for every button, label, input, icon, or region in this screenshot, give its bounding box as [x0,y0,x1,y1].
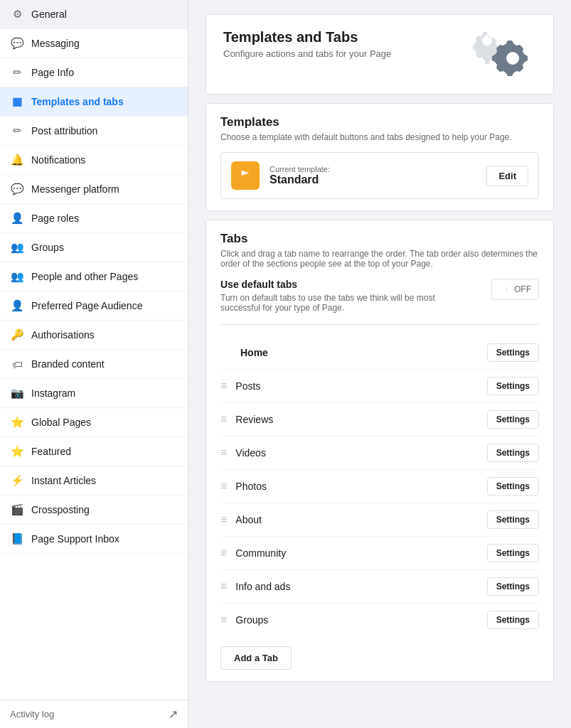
sidebar-item-label-templates-tabs: Templates and tabs [31,96,124,107]
sidebar-item-label-page-info: Page Info [31,67,74,78]
tab-name-posts: Posts [235,380,486,392]
sidebar-item-page-support-inbox[interactable]: 📘Page Support Inbox [0,525,188,554]
sidebar-item-messenger-platform[interactable]: 💬Messenger platform [0,175,188,204]
tab-row-photos: ≡PhotosSettings [220,470,539,503]
tab-row-home: HomeSettings [220,336,539,370]
sidebar-item-branded-content[interactable]: 🏷Branded content [0,350,188,379]
drag-handle-photos[interactable]: ≡ [220,480,227,493]
default-tabs-desc: Turn on default tabs to use the tabs we … [220,293,448,313]
tab-row-about: ≡AboutSettings [220,503,539,537]
sidebar-item-templates-tabs[interactable]: ▦Templates and tabs [0,87,188,117]
template-info: Current template: Standard [270,165,486,186]
drag-handle-reviews[interactable]: ≡ [220,413,227,426]
general-icon: ⚙ [10,7,24,21]
toggle-state: OFF [507,282,538,297]
templates-section: Templates Choose a template with default… [206,103,554,211]
page-info-icon: ✏ [10,65,24,80]
activity-log-label: Activity log [10,709,54,719]
activity-log-icon: ↗ [169,707,178,721]
drag-handle-info-and-ads[interactable]: ≡ [220,580,227,593]
tab-row-posts: ≡PostsSettings [220,370,539,403]
tab-name-about: About [235,514,486,525]
sidebar-item-general[interactable]: ⚙General [0,0,188,29]
groups-icon: 👥 [10,240,24,255]
tab-settings-button-groups[interactable]: Settings [487,611,539,629]
drag-handle-about[interactable]: ≡ [220,513,227,526]
main-content: Templates and Tabs Configure actions and… [188,0,571,728]
tabs-description: Click and drag a tab name to rearrange t… [220,249,539,269]
tabs-title: Tabs [220,232,539,246]
sidebar-item-notifications[interactable]: 🔔Notifications [0,146,188,175]
sidebar-item-people-other-pages[interactable]: 👥People and other Pages [0,262,188,291]
sidebar-item-crossposting[interactable]: 🎬Crossposting [0,496,188,525]
tab-name-videos: Videos [235,447,486,459]
sidebar-item-label-messaging: Messaging [31,38,80,49]
sidebar-item-label-preferred-page-audience: Preferred Page Audience [31,300,142,311]
messenger-platform-icon: 💬 [10,182,24,196]
template-icon [231,161,260,190]
sidebar-item-label-instant-articles: Instant Articles [31,475,96,486]
add-tab-button[interactable]: Add a Tab [220,646,292,670]
sidebar-item-label-general: General [31,9,67,20]
people-other-pages-icon: 👥 [10,269,24,284]
authorisations-icon: 🔑 [10,328,24,342]
sidebar-item-label-page-support-inbox: Page Support Inbox [31,533,119,545]
tab-name-reviews: Reviews [235,414,486,425]
tab-settings-button-reviews[interactable]: Settings [487,410,539,429]
default-tabs-toggle[interactable]: OFF [491,279,539,300]
sidebar-item-label-featured: Featured [31,446,71,457]
tab-row-groups: ≡GroupsSettings [220,604,539,636]
tab-settings-button-info-and-ads[interactable]: Settings [487,577,539,596]
template-label: Current template: [270,165,486,173]
page-title: Templates and Tabs [223,29,391,46]
sidebar-item-global-pages[interactable]: ⭐Global Pages [0,408,188,437]
sidebar-item-label-notifications: Notifications [31,154,85,166]
sidebar-item-messaging[interactable]: 💬Messaging [0,29,188,58]
tab-row-videos: ≡VideosSettings [220,437,539,470]
template-card: Current template: Standard Edit [220,152,539,199]
edit-template-button[interactable]: Edit [486,166,528,186]
default-tabs-info: Use default tabs Turn on default tabs to… [220,279,448,313]
page-subtitle: Configure actions and tabs for your Page [223,48,391,59]
tab-settings-button-photos[interactable]: Settings [487,477,539,496]
tab-name-groups: Groups [235,614,486,626]
tab-settings-button-posts[interactable]: Settings [487,377,539,395]
post-attribution-icon: ✏ [10,124,24,138]
sidebar-item-post-attribution[interactable]: ✏Post attribution [0,117,188,146]
default-tabs-row: Use default tabs Turn on default tabs to… [220,279,539,325]
sidebar-item-authorisations[interactable]: 🔑Authorisations [0,321,188,350]
templates-tabs-icon: ▦ [10,95,24,109]
drag-handle-groups[interactable]: ≡ [220,614,227,626]
tab-name-community: Community [235,547,486,559]
tab-row-info-and-ads: ≡Info and adsSettings [220,570,539,604]
drag-handle-community[interactable]: ≡ [220,547,227,560]
tab-name-photos: Photos [235,481,486,492]
gear-decoration [465,29,536,82]
sidebar-item-label-post-attribution: Post attribution [31,125,97,136]
sidebar-item-page-roles[interactable]: 👤Page roles [0,204,188,233]
drag-handle-videos[interactable]: ≡ [220,446,227,459]
tab-name-info-and-ads: Info and ads [235,581,486,592]
sidebar-item-label-instagram: Instagram [31,387,75,399]
sidebar-item-label-groups: Groups [31,242,64,253]
sidebar-item-groups[interactable]: 👥Groups [0,233,188,262]
gear-icon [465,29,536,82]
sidebar-item-page-info[interactable]: ✏Page Info [0,58,188,87]
sidebar: ⚙General💬Messaging✏Page Info▦Templates a… [0,0,188,728]
global-pages-icon: ⭐ [10,415,24,429]
sidebar-item-label-people-other-pages: People and other Pages [31,271,138,282]
tab-settings-button-home[interactable]: Settings [487,343,539,362]
sidebar-item-instant-articles[interactable]: ⚡Instant Articles [0,466,188,496]
drag-handle-posts[interactable]: ≡ [220,380,227,392]
tab-settings-button-videos[interactable]: Settings [487,444,539,462]
page-roles-icon: 👤 [10,211,24,225]
sidebar-item-preferred-page-audience[interactable]: 👤Preferred Page Audience [0,291,188,321]
tabs-section: Tabs Click and drag a tab name to rearra… [206,220,554,682]
sidebar-item-instagram[interactable]: 📷Instagram [0,379,188,408]
sidebar-activity-log[interactable]: Activity log ↗ [0,700,188,728]
tab-settings-button-community[interactable]: Settings [487,544,539,562]
tab-settings-button-about[interactable]: Settings [487,510,539,529]
sidebar-item-featured[interactable]: ⭐Featured [0,437,188,466]
toggle-off-label [492,287,507,292]
sidebar-item-label-crossposting: Crossposting [31,504,90,515]
